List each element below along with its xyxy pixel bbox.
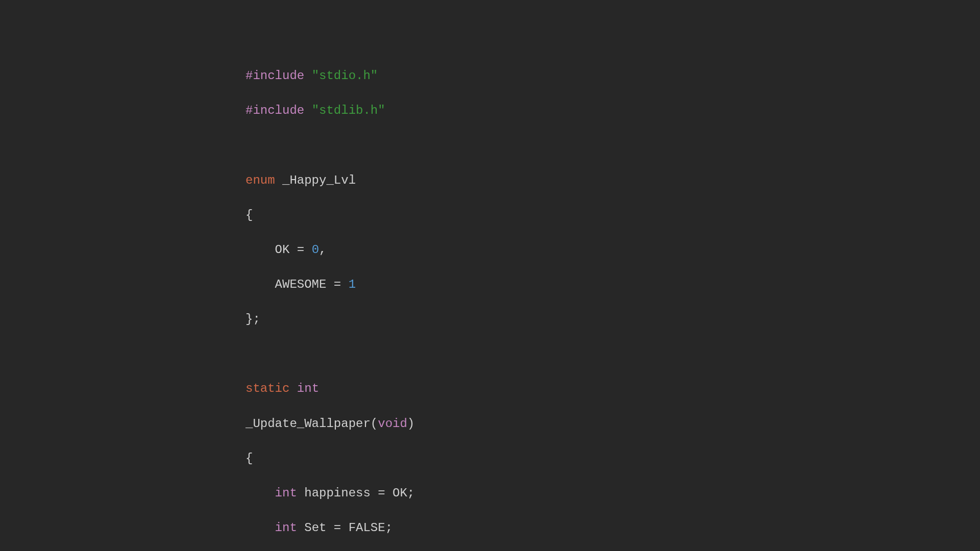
include-header: "stdio.h" [312, 69, 378, 83]
code-line-11: _Update_Wallpaper(void) [246, 415, 980, 433]
code-line-3 [246, 137, 980, 154]
code-line-9 [246, 345, 980, 363]
code-line-2: #include "stdlib.h" [246, 102, 980, 119]
void-keyword: void [378, 417, 407, 431]
numeric-literal: 1 [349, 278, 356, 291]
include-header: "stdlib.h" [312, 104, 385, 117]
function-name: _Update_Wallpaper( [246, 417, 378, 431]
code-line-5: { [246, 207, 980, 224]
numeric-literal: 0 [312, 243, 319, 257]
int-keyword: int [275, 486, 297, 500]
code-line-1: #include "stdio.h" [246, 67, 980, 85]
code-line-12: { [246, 450, 980, 467]
int-keyword: int [275, 521, 297, 535]
code-line-7: AWESOME = 1 [246, 276, 980, 293]
enum-keyword: enum [246, 173, 275, 187]
code-line-8: }; [246, 311, 980, 328]
static-keyword: static [246, 382, 289, 395]
code-line-13: int happiness = OK; [246, 485, 980, 502]
int-keyword: int [289, 382, 319, 395]
code-line-4: enum _Happy_Lvl [246, 172, 980, 189]
preprocessor-directive: #include [246, 69, 304, 83]
preprocessor-directive: #include [246, 104, 304, 117]
code-line-10: static int [246, 380, 980, 397]
code-line-6: OK = 0, [246, 241, 980, 259]
code-editor-view: #include "stdio.h" #include "stdlib.h" e… [0, 0, 980, 551]
code-line-14: int Set = FALSE; [246, 519, 980, 537]
enum-name: _Happy_Lvl [275, 173, 356, 187]
